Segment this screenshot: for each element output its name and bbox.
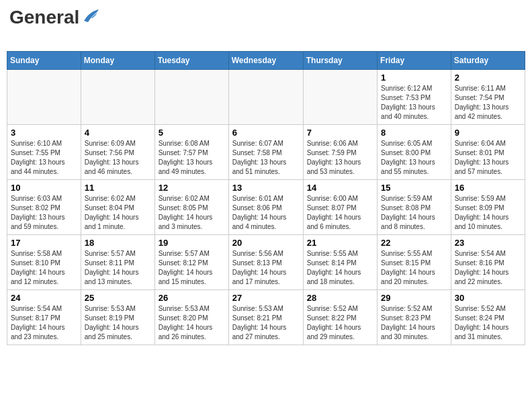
calendar-cell-3-3: 12Sunrise: 6:02 AMSunset: 8:05 PMDayligh…	[154, 180, 228, 235]
day-number: 25	[85, 293, 151, 303]
calendar-cell-1-7: 2Sunrise: 6:11 AMSunset: 7:54 PMDaylight…	[451, 70, 525, 125]
calendar-cell-2-2: 4Sunrise: 6:09 AMSunset: 7:56 PMDaylight…	[81, 125, 154, 180]
day-info: Sunrise: 6:02 AMSunset: 8:04 PMDaylight:…	[85, 194, 151, 232]
weekday-header-monday: Monday	[81, 52, 154, 70]
calendar-cell-5-5: 28Sunrise: 5:52 AMSunset: 8:22 PMDayligh…	[303, 290, 377, 345]
day-number: 26	[159, 293, 225, 303]
day-info: Sunrise: 6:12 AMSunset: 7:53 PMDaylight:…	[381, 84, 447, 122]
weekday-header-friday: Friday	[378, 52, 451, 70]
day-number: 3	[11, 128, 77, 138]
day-number: 7	[307, 128, 373, 138]
calendar-week-row-2: 3Sunrise: 6:10 AMSunset: 7:55 PMDaylight…	[7, 125, 525, 180]
weekday-header-thursday: Thursday	[303, 52, 377, 70]
calendar-table: SundayMondayTuesdayWednesdayThursdayFrid…	[7, 51, 525, 345]
day-number: 2	[455, 73, 521, 83]
calendar-cell-4-6: 22Sunrise: 5:55 AMSunset: 8:15 PMDayligh…	[378, 235, 451, 290]
calendar-cell-4-4: 20Sunrise: 5:56 AMSunset: 8:13 PMDayligh…	[228, 235, 303, 290]
day-number: 12	[159, 183, 225, 193]
day-info: Sunrise: 6:05 AMSunset: 8:00 PMDaylight:…	[381, 139, 447, 177]
calendar-cell-4-5: 21Sunrise: 5:55 AMSunset: 8:14 PMDayligh…	[303, 235, 377, 290]
weekday-header-saturday: Saturday	[451, 52, 525, 70]
weekday-header-row: SundayMondayTuesdayWednesdayThursdayFrid…	[7, 52, 525, 70]
day-info: Sunrise: 6:01 AMSunset: 8:06 PMDaylight:…	[232, 194, 300, 232]
day-number: 30	[455, 293, 521, 303]
day-info: Sunrise: 5:57 AMSunset: 8:11 PMDaylight:…	[85, 249, 151, 287]
day-info: Sunrise: 6:00 AMSunset: 8:07 PMDaylight:…	[307, 194, 373, 232]
day-info: Sunrise: 6:02 AMSunset: 8:05 PMDaylight:…	[159, 194, 225, 232]
day-number: 11	[85, 183, 151, 193]
calendar-cell-2-6: 8Sunrise: 6:05 AMSunset: 8:00 PMDaylight…	[378, 125, 451, 180]
day-info: Sunrise: 6:08 AMSunset: 7:57 PMDaylight:…	[159, 139, 225, 177]
day-info: Sunrise: 5:52 AMSunset: 8:24 PMDaylight:…	[455, 304, 521, 342]
logo-bird-icon	[81, 9, 100, 24]
day-number: 19	[159, 238, 225, 248]
calendar-cell-1-3	[154, 70, 228, 125]
calendar-cell-2-7: 9Sunrise: 6:04 AMSunset: 8:01 PMDaylight…	[451, 125, 525, 180]
calendar-cell-5-4: 27Sunrise: 5:53 AMSunset: 8:21 PMDayligh…	[228, 290, 303, 345]
day-info: Sunrise: 6:07 AMSunset: 7:58 PMDaylight:…	[232, 139, 300, 177]
calendar-cell-5-1: 24Sunrise: 5:54 AMSunset: 8:17 PMDayligh…	[7, 290, 81, 345]
calendar-week-row-1: 1Sunrise: 6:12 AMSunset: 7:53 PMDaylight…	[7, 70, 525, 125]
day-number: 10	[11, 183, 77, 193]
day-number: 29	[381, 293, 447, 303]
weekday-header-sunday: Sunday	[7, 52, 81, 70]
calendar-cell-2-1: 3Sunrise: 6:10 AMSunset: 7:55 PMDaylight…	[7, 125, 81, 180]
day-number: 18	[85, 238, 151, 248]
calendar-cell-3-4: 13Sunrise: 6:01 AMSunset: 8:06 PMDayligh…	[228, 180, 303, 235]
calendar-cell-1-6: 1Sunrise: 6:12 AMSunset: 7:53 PMDaylight…	[378, 70, 451, 125]
day-info: Sunrise: 5:53 AMSunset: 8:21 PMDaylight:…	[232, 304, 300, 342]
day-info: Sunrise: 6:03 AMSunset: 8:02 PMDaylight:…	[11, 194, 77, 232]
calendar-cell-1-2	[81, 70, 154, 125]
logo-general-text: General	[9, 7, 79, 28]
day-number: 24	[11, 293, 77, 303]
day-number: 17	[11, 238, 77, 248]
day-info: Sunrise: 5:54 AMSunset: 8:17 PMDaylight:…	[11, 304, 77, 342]
calendar-cell-3-1: 10Sunrise: 6:03 AMSunset: 8:02 PMDayligh…	[7, 180, 81, 235]
day-number: 22	[381, 238, 447, 248]
calendar-cell-5-2: 25Sunrise: 5:53 AMSunset: 8:19 PMDayligh…	[81, 290, 154, 345]
page-header: General	[7, 7, 525, 46]
day-number: 27	[232, 293, 300, 303]
day-info: Sunrise: 5:55 AMSunset: 8:15 PMDaylight:…	[381, 249, 447, 287]
day-number: 4	[85, 128, 151, 138]
day-number: 20	[232, 238, 300, 248]
day-info: Sunrise: 5:59 AMSunset: 8:09 PMDaylight:…	[455, 194, 521, 232]
calendar-cell-4-7: 23Sunrise: 5:54 AMSunset: 8:16 PMDayligh…	[451, 235, 525, 290]
weekday-header-wednesday: Wednesday	[228, 52, 303, 70]
day-info: Sunrise: 5:54 AMSunset: 8:16 PMDaylight:…	[455, 249, 521, 287]
calendar-cell-3-6: 15Sunrise: 5:59 AMSunset: 8:08 PMDayligh…	[378, 180, 451, 235]
day-number: 8	[381, 128, 447, 138]
day-info: Sunrise: 5:55 AMSunset: 8:14 PMDaylight:…	[307, 249, 373, 287]
calendar-cell-4-3: 19Sunrise: 5:57 AMSunset: 8:12 PMDayligh…	[154, 235, 228, 290]
day-number: 21	[307, 238, 373, 248]
calendar-cell-1-4	[228, 70, 303, 125]
calendar-cell-4-2: 18Sunrise: 5:57 AMSunset: 8:11 PMDayligh…	[81, 235, 154, 290]
day-info: Sunrise: 5:53 AMSunset: 8:19 PMDaylight:…	[85, 304, 151, 342]
day-info: Sunrise: 5:56 AMSunset: 8:13 PMDaylight:…	[232, 249, 300, 287]
calendar-week-row-4: 17Sunrise: 5:58 AMSunset: 8:10 PMDayligh…	[7, 235, 525, 290]
day-number: 16	[455, 183, 521, 193]
calendar-week-row-5: 24Sunrise: 5:54 AMSunset: 8:17 PMDayligh…	[7, 290, 525, 345]
calendar-cell-3-5: 14Sunrise: 6:00 AMSunset: 8:07 PMDayligh…	[303, 180, 377, 235]
day-info: Sunrise: 6:09 AMSunset: 7:56 PMDaylight:…	[85, 139, 151, 177]
day-info: Sunrise: 5:52 AMSunset: 8:23 PMDaylight:…	[381, 304, 447, 342]
day-number: 13	[232, 183, 300, 193]
calendar-cell-5-6: 29Sunrise: 5:52 AMSunset: 8:23 PMDayligh…	[378, 290, 451, 345]
calendar-cell-5-7: 30Sunrise: 5:52 AMSunset: 8:24 PMDayligh…	[451, 290, 525, 345]
day-number: 23	[455, 238, 521, 248]
day-info: Sunrise: 5:53 AMSunset: 8:20 PMDaylight:…	[159, 304, 225, 342]
day-info: Sunrise: 6:04 AMSunset: 8:01 PMDaylight:…	[455, 139, 521, 177]
day-info: Sunrise: 6:06 AMSunset: 7:59 PMDaylight:…	[307, 139, 373, 177]
calendar-cell-2-4: 6Sunrise: 6:07 AMSunset: 7:58 PMDaylight…	[228, 125, 303, 180]
calendar-cell-4-1: 17Sunrise: 5:58 AMSunset: 8:10 PMDayligh…	[7, 235, 81, 290]
calendar-cell-1-1	[7, 70, 81, 125]
day-info: Sunrise: 5:57 AMSunset: 8:12 PMDaylight:…	[159, 249, 225, 287]
calendar-cell-3-2: 11Sunrise: 6:02 AMSunset: 8:04 PMDayligh…	[81, 180, 154, 235]
day-number: 6	[232, 128, 300, 138]
day-number: 28	[307, 293, 373, 303]
weekday-header-tuesday: Tuesday	[154, 52, 228, 70]
day-info: Sunrise: 6:11 AMSunset: 7:54 PMDaylight:…	[455, 84, 521, 122]
day-info: Sunrise: 5:59 AMSunset: 8:08 PMDaylight:…	[381, 194, 447, 232]
calendar-cell-2-3: 5Sunrise: 6:08 AMSunset: 7:57 PMDaylight…	[154, 125, 228, 180]
day-number: 15	[381, 183, 447, 193]
